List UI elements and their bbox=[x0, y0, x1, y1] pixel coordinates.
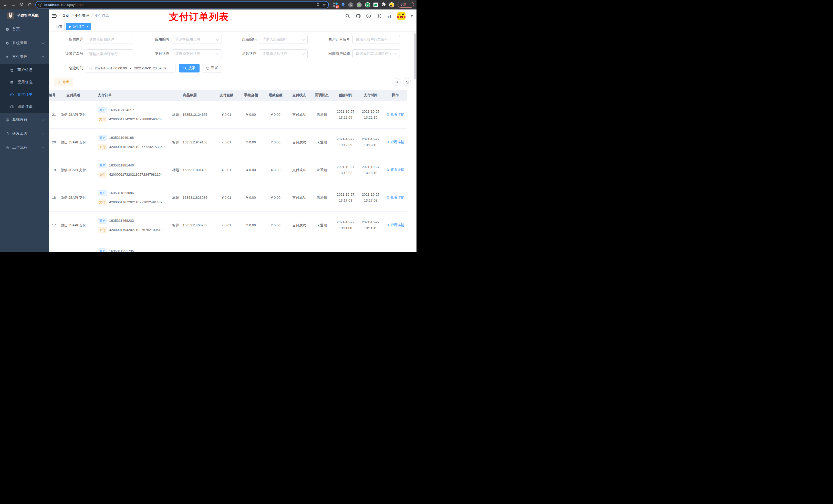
chevron-down-icon bbox=[42, 118, 44, 121]
search-icon bbox=[386, 168, 389, 172]
font-size-icon[interactable]: TT bbox=[387, 13, 392, 19]
table-row: 20 微信 JSAPI 支付 商户1635311949168 支付4200001… bbox=[49, 128, 407, 156]
merchant-select[interactable] bbox=[86, 35, 133, 44]
show-search-toggle-button[interactable] bbox=[393, 78, 401, 86]
svg-text:¥: ¥ bbox=[11, 94, 12, 96]
search-icon bbox=[386, 113, 389, 116]
table-row: 21 微信 JSAPI 支付 商户1635312124657 支付4200001… bbox=[49, 101, 407, 128]
sidebar-item-pay[interactable]: ¥ 支付管理 bbox=[0, 50, 49, 64]
table-row: 18 微信 JSAPI 支付 商户1635311823086 支付4200001… bbox=[49, 184, 407, 212]
monitor-icon bbox=[5, 118, 9, 122]
dashboard-icon bbox=[5, 27, 9, 31]
pay-badge: 支付 bbox=[98, 199, 107, 205]
app-select[interactable]: 请选择应用信息 bbox=[172, 35, 222, 44]
filter-label-merchant-order-no: 商户订单编号 bbox=[318, 37, 353, 42]
sidebar-menu: 首页 系统管理 ¥ 支付管理 bbox=[0, 22, 49, 154]
pay-badge: 支付 bbox=[98, 117, 107, 122]
merchant-order-no-input[interactable] bbox=[353, 35, 400, 44]
sidebar: 芋道管理系统 首页 系统管理 ¥ 支付管 bbox=[0, 9, 49, 252]
page-scrollbar[interactable] bbox=[414, 33, 416, 79]
sidebar-item-refund-order[interactable]: 退款订单 bbox=[0, 101, 49, 113]
github-icon[interactable] bbox=[355, 13, 361, 19]
breadcrumb-home[interactable]: 首页 bbox=[62, 14, 69, 18]
pay-status-select[interactable]: 请选择支付状态 bbox=[172, 49, 222, 58]
sidebar-item-merchant-info[interactable]: 商户信息 bbox=[0, 64, 49, 76]
page-title-annotation: 支付订单列表 bbox=[169, 10, 229, 23]
extension-chat-icon[interactable] bbox=[374, 3, 378, 7]
table-row-partial: 商户1635311251736 bbox=[49, 239, 407, 252]
chevron-down-icon bbox=[42, 131, 44, 135]
view-detail-link[interactable]: 查看详情 bbox=[386, 140, 404, 144]
tag-close-icon[interactable]: × bbox=[87, 25, 88, 28]
export-button[interactable]: 导出 bbox=[54, 78, 73, 86]
address-bar[interactable]: i localhost:1024/pay/order ☆ bbox=[35, 1, 329, 8]
filter-label-app: 应用编号 bbox=[145, 37, 172, 42]
browser-menu-icon[interactable]: ⋮ bbox=[408, 3, 411, 7]
channel-order-no-input[interactable] bbox=[86, 49, 133, 58]
sidebar-item-system[interactable]: 系统管理 bbox=[0, 36, 49, 50]
user-avatar[interactable] bbox=[397, 12, 405, 20]
view-detail-link[interactable]: 查看详情 bbox=[386, 195, 404, 200]
orders-table: 编号 支付渠道 支付订单 商品标题 支付金额 手续金额 退款金额 支付状态 回调… bbox=[49, 90, 407, 252]
avatar-caret-icon[interactable] bbox=[410, 15, 413, 18]
view-detail-link[interactable]: 查看详情 bbox=[386, 167, 404, 172]
tag-pay-order[interactable]: 支付订单 × bbox=[66, 23, 91, 30]
extension-dot-icon[interactable] bbox=[357, 2, 362, 7]
search-icon bbox=[386, 196, 389, 199]
create-time-range-picker[interactable]: 2021-10-01 00:00:00 - 2021-10-31 23:59:5… bbox=[86, 64, 175, 72]
browser-update-button[interactable]: 更新 ⋮ bbox=[398, 2, 414, 8]
pay-badge: 支付 bbox=[98, 172, 107, 177]
yen-circle-icon: ¥ bbox=[10, 93, 14, 97]
view-detail-link[interactable]: 查看详情 bbox=[386, 112, 404, 117]
shop-icon bbox=[10, 68, 14, 72]
browser-forward-icon[interactable]: → bbox=[11, 3, 16, 7]
share-icon[interactable] bbox=[316, 2, 320, 7]
app-logo[interactable]: 芋道管理系统 bbox=[0, 9, 49, 22]
chevron-up-icon bbox=[42, 56, 44, 58]
sidebar-item-devtools[interactable]: 研发工具 bbox=[0, 127, 49, 141]
extensions-row: 10 ⌘ y 更新 ⋮ bbox=[332, 2, 414, 8]
help-icon[interactable]: ? bbox=[366, 13, 372, 19]
extension-command-icon[interactable]: ⌘ bbox=[348, 2, 353, 7]
fullscreen-icon[interactable] bbox=[376, 13, 382, 19]
profile-avatar-icon[interactable] bbox=[389, 2, 394, 7]
page: ← → i localhost:1024/pay/order ☆ 10 ⌘ bbox=[0, 0, 416, 252]
refresh-table-button[interactable] bbox=[403, 78, 411, 86]
notify-status-select[interactable]: 请选择订单回调商户状态 bbox=[353, 49, 400, 58]
tag-home[interactable]: 首页 bbox=[54, 23, 65, 30]
download-icon bbox=[57, 80, 61, 84]
sidebar-item-workflow[interactable]: 工作流程 bbox=[0, 141, 49, 154]
extension-y-icon[interactable]: y bbox=[365, 2, 370, 7]
table-header-row: 编号 支付渠道 支付订单 商品标题 支付金额 手续金额 退款金额 支付状态 回调… bbox=[49, 90, 407, 101]
breadcrumb-current: 支付订单 bbox=[95, 14, 109, 18]
sidebar-item-app-info[interactable]: 应用信息 bbox=[0, 76, 49, 88]
briefcase-icon bbox=[5, 146, 9, 149]
search-button[interactable]: 搜索 bbox=[179, 64, 199, 72]
sidebar-item-home[interactable]: 首页 bbox=[0, 22, 49, 36]
sidebar-collapse-icon[interactable] bbox=[52, 14, 58, 18]
bookmark-star-icon[interactable]: ☆ bbox=[323, 3, 326, 7]
extensions-puzzle-icon[interactable] bbox=[381, 2, 386, 7]
channel-code-select[interactable]: 请输入渠道编码 bbox=[259, 35, 308, 44]
extension-badge: 10 bbox=[336, 5, 339, 8]
documents-icon bbox=[10, 105, 14, 109]
browser-home-icon[interactable] bbox=[27, 2, 32, 7]
breadcrumb-pay[interactable]: 支付管理 bbox=[75, 14, 89, 18]
toolbar-row: 导出 bbox=[54, 78, 411, 86]
refund-status-select[interactable]: 请选择退款状态 bbox=[259, 49, 308, 58]
view-detail-link[interactable]: 查看详情 bbox=[386, 223, 404, 227]
chevron-down-icon bbox=[394, 52, 397, 55]
site-info-icon[interactable]: i bbox=[39, 3, 42, 7]
briefcase-icon bbox=[5, 132, 9, 136]
extension-tiles-icon[interactable]: 10 bbox=[333, 2, 338, 7]
sidebar-item-infra[interactable]: 基础设施 bbox=[0, 113, 49, 127]
browser-reload-icon[interactable] bbox=[19, 2, 24, 7]
reset-button[interactable]: 重置 bbox=[202, 64, 222, 72]
pay-submenu: 商户信息 应用信息 ¥ 支付订单 bbox=[0, 64, 49, 113]
merchant-badge: 商户 bbox=[98, 190, 107, 196]
search-icon[interactable] bbox=[345, 13, 351, 19]
sidebar-item-pay-order[interactable]: ¥ 支付订单 bbox=[0, 88, 49, 101]
chevron-down-icon bbox=[216, 38, 219, 41]
browser-back-icon[interactable]: ← bbox=[3, 3, 8, 7]
extension-gem-icon[interactable] bbox=[341, 3, 345, 7]
